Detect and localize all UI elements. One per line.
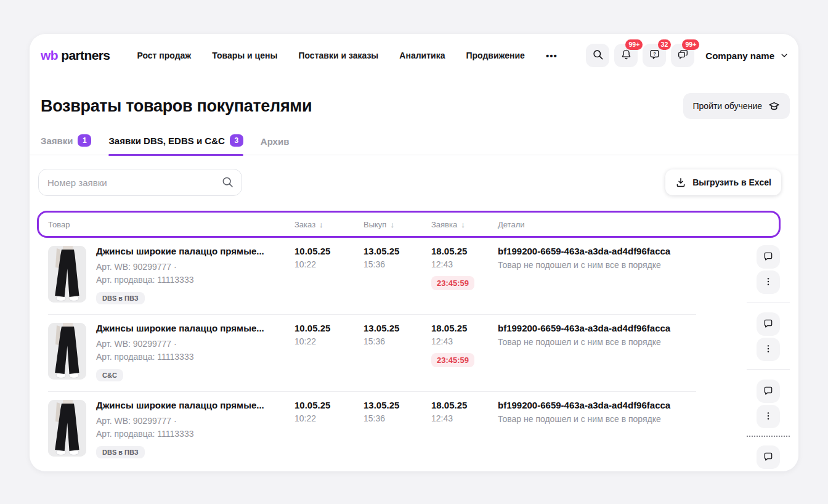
export-excel-button[interactable]: Выгрузить в Excel [665, 169, 781, 195]
table-header-row: Товар Заказ ↓ Выкуп ↓ Заявка ↓ Детали [37, 211, 781, 238]
chat-button[interactable] [757, 445, 780, 469]
product-title[interactable]: Джинсы широкие палаццо прямые... [96, 246, 264, 256]
request-id: bf199200-6659-463a-a3da-ad4df96facca [498, 400, 696, 410]
order-cell: 10.05.25 10:22 [294, 246, 363, 304]
notifications-button[interactable]: 99+ [614, 44, 638, 67]
training-button[interactable]: Пройти обучение [683, 93, 790, 119]
product-art-wb: Арт. WB: 90299777 · [96, 261, 264, 274]
logo-wb-text: wb [41, 48, 58, 63]
toolbar: Выгрузить в Excel [30, 169, 798, 196]
return-reason: Товар не подошел и с ним все в порядке [498, 337, 696, 347]
buyout-cell: 13.05.25 15:36 [363, 246, 431, 304]
nav-item-analytics[interactable]: Аналитика [399, 51, 445, 60]
buyout-time: 15:36 [363, 259, 431, 269]
delivery-type-tag: DBS в ПВЗ [96, 446, 145, 458]
request-id: bf199200-6659-463a-a3da-ad4df96facca [498, 246, 696, 256]
product-cell[interactable]: Джинсы широкие палаццо прямые... Арт. WB… [48, 323, 294, 381]
request-date: 18.05.25 [431, 400, 498, 410]
export-excel-label: Выгрузить в Excel [692, 177, 771, 187]
product-cell[interactable]: Джинсы широкие палаццо прямые... Арт. WB… [48, 400, 294, 458]
request-search-box [38, 169, 242, 196]
order-date: 10.05.25 [294, 323, 363, 333]
buyout-date: 13.05.25 [363, 246, 431, 256]
column-header-buyout[interactable]: Выкуп ↓ [363, 220, 431, 229]
request-time: 12:43 [431, 413, 498, 423]
tab-dbs-label: Заявки DBS, EDBS и C&C [108, 136, 224, 146]
request-cell: 18.05.25 12:43 23:45:59 [431, 323, 498, 381]
top-nav: wb partners Рост продаж Товары и цены По… [30, 34, 798, 73]
order-cell: 10.05.25 10:22 [294, 323, 363, 381]
product-image [48, 246, 86, 303]
product-art-seller: Арт. продавца: 11113333 [96, 428, 264, 441]
request-cell: 18.05.25 12:43 [431, 400, 498, 458]
product-info: Джинсы широкие палаццо прямые... Арт. WB… [96, 400, 264, 458]
request-date: 18.05.25 [431, 323, 498, 333]
product-art-seller: Арт. продавца: 11113333 [96, 274, 264, 287]
nav-item-goods-prices[interactable]: Товары и цены [212, 51, 277, 60]
tab-requests-badge: 1 [78, 134, 91, 147]
returns-table-body: Джинсы широкие палаццо прямые... Арт. WB… [48, 238, 696, 468]
delivery-type-tag: DBS в ПВЗ [96, 292, 145, 304]
chat-button[interactable] [757, 312, 780, 336]
column-header-order[interactable]: Заказ ↓ [294, 220, 363, 229]
graduation-cap-icon [768, 100, 780, 112]
order-cell: 10.05.25 10:22 [294, 400, 363, 458]
help-bubble-icon: ? [649, 49, 660, 62]
chats-icon [677, 49, 689, 62]
buyout-date: 13.05.25 [363, 400, 431, 410]
column-header-request[interactable]: Заявка ↓ [431, 220, 498, 229]
search-icon [592, 49, 604, 62]
kebab-menu-icon [763, 277, 773, 288]
download-icon [675, 177, 686, 188]
nav-right-controls: 99+ ? 32 99+ Company name [586, 44, 789, 67]
order-date: 10.05.25 [294, 400, 363, 410]
company-menu[interactable]: Company name [705, 51, 789, 61]
request-date: 18.05.25 [431, 246, 498, 256]
tab-dbs-edbs-cc[interactable]: Заявки DBS, EDBS и C&C 3 [108, 134, 243, 155]
more-actions-button[interactable] [757, 338, 780, 361]
main-card: wb partners Рост продаж Товары и цены По… [30, 34, 798, 471]
nav-item-promotion[interactable]: Продвижение [466, 51, 524, 60]
details-cell: bf199200-6659-463a-a3da-ad4df96facca Тов… [498, 400, 696, 458]
help-count-badge: 32 [658, 39, 672, 50]
chevron-down-icon [780, 51, 789, 60]
chats-button[interactable]: 99+ [671, 44, 694, 67]
company-name-label: Company name [705, 51, 774, 61]
bell-icon [620, 49, 632, 62]
tab-archive-label: Архив [261, 136, 290, 147]
chat-bubble-icon [763, 451, 774, 464]
actions-divider-dashed [747, 436, 790, 437]
order-date: 10.05.25 [294, 246, 363, 256]
sort-arrow-icon[interactable]: ↓ [319, 220, 323, 229]
row-actions-column [747, 245, 790, 469]
sort-arrow-icon[interactable]: ↓ [461, 220, 465, 229]
buyout-date: 13.05.25 [363, 323, 431, 333]
buyout-time: 15:36 [363, 413, 431, 423]
tab-requests[interactable]: Заявки 1 [41, 134, 91, 155]
details-cell: bf199200-6659-463a-a3da-ad4df96facca Тов… [498, 323, 696, 381]
nav-item-sales-growth[interactable]: Рост продаж [137, 51, 191, 60]
row-actions [747, 245, 790, 294]
more-actions-button[interactable] [757, 270, 780, 294]
request-number-input[interactable] [38, 169, 242, 196]
chat-button[interactable] [757, 380, 780, 403]
help-button[interactable]: ? 32 [643, 44, 666, 67]
request-cell: 18.05.25 12:43 23:45:59 [431, 246, 498, 304]
row-actions [747, 380, 790, 428]
product-title[interactable]: Джинсы широкие палаццо прямые... [96, 400, 264, 410]
sort-arrow-icon[interactable]: ↓ [390, 220, 394, 229]
table-row: Джинсы широкие палаццо прямые... Арт. WB… [48, 392, 696, 468]
nav-more-icon[interactable]: ••• [546, 51, 558, 61]
product-cell[interactable]: Джинсы широкие палаццо прямые... Арт. WB… [48, 246, 294, 304]
product-image [48, 323, 86, 380]
product-image [48, 400, 86, 457]
chat-button[interactable] [757, 245, 780, 269]
nav-item-supplies-orders[interactable]: Поставки и заказы [298, 51, 378, 60]
search-button[interactable] [586, 44, 609, 67]
product-title[interactable]: Джинсы широкие палаццо прямые... [96, 323, 264, 333]
request-time: 12:43 [431, 259, 498, 269]
order-time: 10:22 [294, 413, 363, 423]
tab-archive[interactable]: Архив [261, 136, 290, 155]
wb-partners-logo[interactable]: wb partners [41, 48, 110, 63]
more-actions-button[interactable] [757, 405, 780, 428]
